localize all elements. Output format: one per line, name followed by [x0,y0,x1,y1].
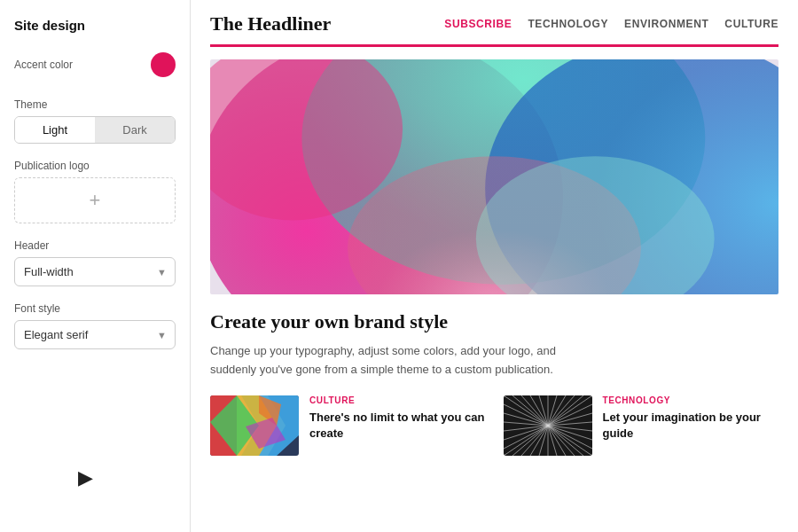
publication-logo-label: Publication logo [14,160,176,172]
header-select[interactable]: Full-width Centered Minimal [14,257,176,286]
theme-dark-button[interactable]: Dark [95,117,175,143]
accent-divider [210,44,778,47]
font-select-wrapper: Elegant serif Modern sans Classic mono ▼ [14,320,176,349]
logo-upload-area[interactable]: + [14,177,176,223]
nav-culture[interactable]: Culture [724,18,778,30]
site-title: The Headliner [210,12,331,35]
hero-heading: Create your own brand style [210,310,778,333]
plus-icon: + [90,189,101,212]
card-category-0: Culture [309,395,486,405]
card-title-0: There's no limit to what you can create [309,410,486,442]
article-card-1: Technology Let your imagination be your … [504,395,779,456]
hero-content: Create your own brand style Change up yo… [191,294,798,379]
cursor-icon: ▶ [78,466,93,489]
card-thumb-0 [210,395,299,456]
site-nav: Subscribe Technology Environment Culture [444,18,778,30]
card-thumb-1 [504,395,592,456]
theme-toggle: Light Dark [14,116,176,144]
card-title-1: Let your imagination be your guide [603,410,779,442]
header-select-wrapper: Full-width Centered Minimal ▼ [14,257,176,286]
publication-logo-field: Publication logo + [14,160,176,223]
card-body-0: Culture There's no limit to what you can… [309,395,486,442]
right-panel: The Headliner Subscribe Technology Envir… [191,0,798,532]
theme-field: Theme Light Dark [14,98,176,144]
font-select[interactable]: Elegant serif Modern sans Classic mono [14,320,176,349]
nav-subscribe[interactable]: Subscribe [444,18,512,30]
theme-light-button[interactable]: Light [15,117,95,143]
accent-color-field: Accent color [14,52,176,82]
site-header: The Headliner Subscribe Technology Envir… [191,0,798,35]
font-style-label: Font style [14,302,176,315]
panel-title: Site design [14,18,176,33]
accent-color-picker[interactable] [151,52,176,77]
theme-label: Theme [14,98,176,111]
header-field: Header Full-width Centered Minimal ▼ [14,239,176,286]
nav-technology[interactable]: Technology [528,18,608,30]
left-panel: Site design Accent color Theme Light Dar… [0,0,191,532]
accent-color-label: Accent color [14,59,73,71]
hero-text: Change up your typography, adjust some c… [210,342,600,379]
card-category-1: Technology [603,395,779,405]
article-card-0: Culture There's no limit to what you can… [210,395,486,456]
hero-image [210,59,778,294]
card-body-1: Technology Let your imagination be your … [603,395,779,442]
nav-environment[interactable]: Environment [624,18,708,30]
font-style-field: Font style Elegant serif Modern sans Cla… [14,302,176,349]
header-label: Header [14,239,176,252]
article-cards: Culture There's no limit to what you can… [191,379,798,472]
